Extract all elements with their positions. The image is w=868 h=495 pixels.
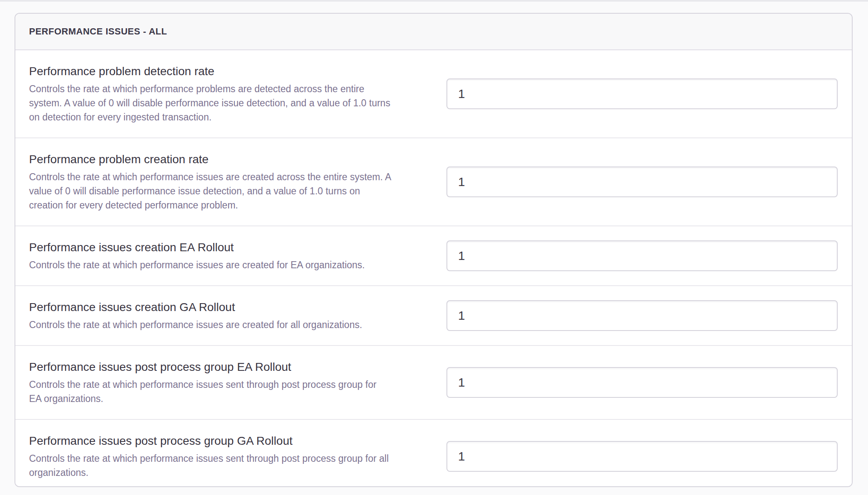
setting-value-input[interactable] bbox=[446, 441, 838, 472]
setting-input-wrap bbox=[446, 367, 838, 398]
setting-info: Performance issues creation GA Rollout C… bbox=[29, 299, 446, 332]
panel-header: PERFORMANCE ISSUES - ALL bbox=[15, 14, 852, 50]
setting-label: Performance problem detection rate bbox=[29, 64, 442, 79]
setting-row: Performance problem detection rate Contr… bbox=[15, 50, 852, 138]
setting-info: Performance problem detection rate Contr… bbox=[29, 64, 446, 124]
top-divider-strip bbox=[0, 0, 868, 2]
setting-row: Performance problem creation rate Contro… bbox=[15, 138, 852, 226]
setting-description: Controls the rate at which performance i… bbox=[29, 170, 442, 212]
setting-row: Performance issues post process group EA… bbox=[15, 346, 852, 420]
setting-label: Performance issues post process group EA… bbox=[29, 359, 442, 375]
panel-title: PERFORMANCE ISSUES - ALL bbox=[29, 26, 167, 37]
setting-label: Performance issues creation GA Rollout bbox=[29, 299, 442, 315]
setting-value-input[interactable] bbox=[446, 167, 838, 197]
setting-value-input[interactable] bbox=[446, 240, 838, 271]
setting-description: Controls the rate at which performance i… bbox=[29, 258, 442, 272]
setting-input-wrap bbox=[446, 441, 838, 472]
setting-info: Performance issues creation EA Rollout C… bbox=[29, 240, 446, 272]
setting-description: Controls the rate at which performance i… bbox=[29, 377, 442, 406]
setting-description: Controls the rate at which performance p… bbox=[29, 82, 442, 124]
setting-row: Performance issues post process group GA… bbox=[15, 420, 852, 486]
setting-input-wrap bbox=[446, 167, 838, 197]
setting-description: Controls the rate at which performance i… bbox=[29, 318, 442, 332]
setting-value-input[interactable] bbox=[446, 367, 838, 398]
setting-description: Controls the rate at which performance i… bbox=[29, 451, 442, 480]
setting-info: Performance issues post process group EA… bbox=[29, 359, 446, 406]
setting-label: Performance issues creation EA Rollout bbox=[29, 240, 442, 255]
setting-info: Performance issues post process group GA… bbox=[29, 433, 446, 480]
setting-input-wrap bbox=[446, 78, 838, 109]
settings-list: Performance problem detection rate Contr… bbox=[15, 50, 852, 486]
setting-row: Performance issues creation GA Rollout C… bbox=[15, 286, 852, 346]
setting-value-input[interactable] bbox=[446, 300, 838, 331]
setting-value-input[interactable] bbox=[446, 78, 838, 109]
setting-input-wrap bbox=[446, 240, 838, 271]
setting-info: Performance problem creation rate Contro… bbox=[29, 152, 446, 212]
setting-input-wrap bbox=[446, 300, 838, 331]
setting-row: Performance issues creation EA Rollout C… bbox=[15, 226, 852, 286]
performance-issues-panel: PERFORMANCE ISSUES - ALL Performance pro… bbox=[15, 13, 853, 487]
setting-label: Performance problem creation rate bbox=[29, 152, 442, 167]
setting-label: Performance issues post process group GA… bbox=[29, 433, 442, 449]
